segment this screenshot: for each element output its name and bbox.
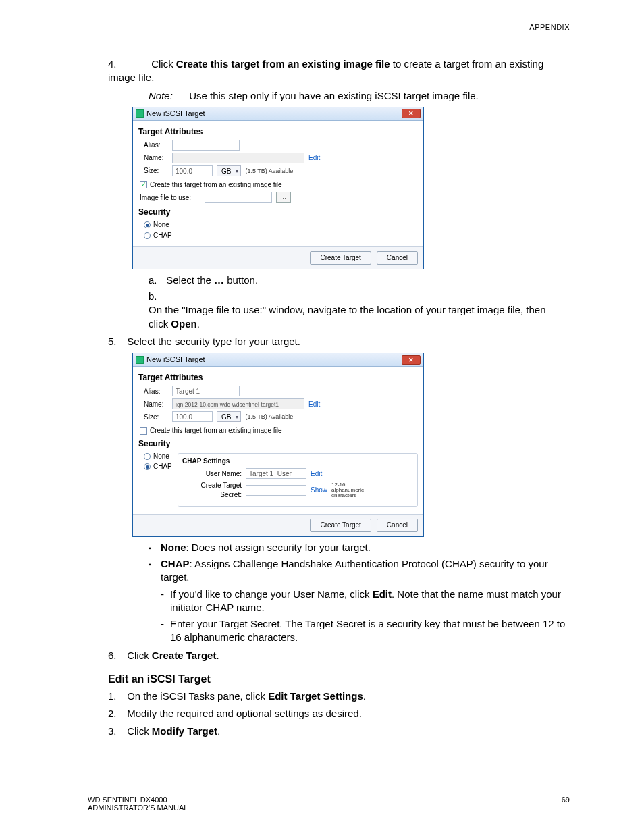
browse-button[interactable]: ... (276, 192, 291, 203)
alias-label: Alias: (144, 140, 168, 150)
size-label: Size: (144, 166, 168, 176)
close-icon[interactable]: ✕ (402, 355, 421, 365)
name-input (172, 153, 304, 163)
bullet-chap: CHAP: Assigns Challenge Handshake Authen… (149, 557, 570, 585)
user-name-label: User Name: (182, 469, 242, 479)
checkbox-icon[interactable]: ✓ (140, 181, 147, 188)
text: Select the security type for your target… (127, 336, 300, 347)
text: button. (224, 274, 258, 286)
text: On the iSCSI Tasks pane, click (127, 690, 268, 702)
size-available: (1.5 TB) Available (245, 167, 293, 175)
dialog-new-iscsi-target-2: New iSCSI Target ✕ Target Attributes Ali… (132, 353, 424, 537)
dash-target-secret: Enter your Target Secret. The Target Sec… (161, 617, 570, 645)
checkbox-icon[interactable] (140, 427, 147, 435)
edit-step-2: 2. Modify the required and optional sett… (108, 707, 570, 721)
dialog-new-iscsi-target-1: New iSCSI Target ✕ Target Attributes Ali… (132, 107, 424, 269)
text: Click (127, 725, 152, 737)
radio-icon[interactable] (144, 232, 151, 239)
sub-num: b. (149, 290, 163, 303)
secret-hint: 12-16 alphanumeric characters (331, 482, 379, 498)
page-number: 69 (562, 796, 570, 812)
section-title: Target Attributes (138, 126, 418, 137)
dialog-title-bar: New iSCSI Target ✕ (133, 107, 423, 121)
alias-input[interactable]: Target 1 (172, 386, 240, 396)
show-link[interactable]: Show (311, 486, 327, 495)
size-unit-select[interactable]: GB (217, 165, 241, 176)
text: Select the (166, 274, 214, 286)
edit-step-3: 3. Click Modify Target. (108, 725, 570, 738)
close-icon[interactable]: ✕ (402, 109, 421, 118)
sub-num: a. (149, 273, 163, 287)
radio-icon[interactable] (144, 463, 151, 470)
text-bold: Open (171, 318, 196, 330)
dialog-footer: Create Target Cancel (133, 514, 423, 536)
bullet-none: None: Does not assign security for your … (149, 541, 570, 554)
size-available: (1.5 TB) Available (245, 413, 293, 421)
step-num: 4. (108, 57, 124, 71)
target-secret-input[interactable] (246, 485, 306, 496)
checkbox-label: Create this target from an existing imag… (150, 426, 282, 436)
user-name-input[interactable]: Target 1_User (246, 468, 306, 479)
image-file-input[interactable] (205, 192, 272, 203)
create-from-image-checkbox-row[interactable]: ✓ Create this target from an existing im… (140, 180, 418, 190)
cancel-button[interactable]: Cancel (377, 519, 418, 532)
cancel-button[interactable]: Cancel (377, 251, 418, 265)
radio-chap[interactable]: CHAP (144, 231, 418, 240)
radio-label: CHAP (153, 462, 172, 471)
radio-none[interactable]: None (144, 452, 176, 461)
step-4: 4. Click Create this target from an exis… (108, 57, 570, 331)
text: Click (151, 58, 176, 70)
chap-settings-title: CHAP Settings (182, 457, 413, 466)
text: : Assigns Challenge Handshake Authentica… (161, 558, 548, 583)
alias-input[interactable] (172, 140, 240, 151)
checkbox-label: Create this target from an existing imag… (150, 180, 282, 190)
radio-chap[interactable]: CHAP (144, 462, 176, 471)
footer-left: WD SENTINEL DX4000 ADMINISTRATOR'S MANUA… (88, 796, 188, 812)
step-5: 5. Select the security type for your tar… (108, 335, 570, 645)
text: On the "Image file to use:" window, navi… (149, 304, 546, 329)
radio-none[interactable]: None (144, 220, 418, 230)
image-file-label: Image file to use: (140, 193, 200, 203)
edit-step-1: 1. On the iSCSI Tasks pane, click Edit T… (108, 689, 570, 703)
note-label: Note: (149, 89, 186, 103)
radio-label: None (153, 452, 169, 461)
note: Note: Use this step only if you have an … (149, 89, 570, 103)
size-input[interactable]: 100.0 (172, 411, 213, 422)
alias-label: Alias: (144, 387, 168, 396)
edit-link[interactable]: Edit (308, 400, 320, 409)
step-num: 3. (108, 725, 124, 738)
step-num: 1. (108, 689, 124, 703)
create-from-image-checkbox-row[interactable]: Create this target from an existing imag… (140, 426, 418, 436)
app-icon (136, 356, 144, 364)
step-num: 5. (108, 335, 124, 348)
text-bold: Edit (373, 588, 392, 600)
radio-label: None (153, 220, 169, 230)
edit-link[interactable]: Edit (311, 469, 322, 479)
heading-edit-iscsi: Edit an iSCSI Target (108, 672, 570, 687)
name-label: Name: (144, 400, 168, 409)
substep-b: b. On the "Image file to use:" window, n… (149, 290, 570, 331)
app-icon (136, 109, 144, 118)
create-target-button[interactable]: Create Target (310, 251, 371, 265)
text-bold: … (214, 274, 224, 286)
text: . (217, 725, 220, 737)
create-target-button[interactable]: Create Target (310, 519, 371, 532)
size-unit-select[interactable]: GB (217, 411, 241, 422)
text: . (197, 318, 200, 330)
radio-icon[interactable] (144, 453, 151, 460)
radio-icon[interactable] (144, 221, 151, 228)
target-secret-label: Create Target Secret: (182, 481, 242, 499)
text-bold: Create Target (152, 650, 217, 661)
substep-a: a. Select the … button. (149, 273, 570, 287)
text: Click (127, 650, 152, 661)
security-title: Security (138, 207, 418, 217)
edit-link[interactable]: Edit (308, 153, 320, 163)
text: Enter your Target Secret. The Target Sec… (170, 618, 565, 643)
text-bold: None (161, 542, 186, 553)
body-content: 4. Click Create this target from an exis… (108, 57, 570, 738)
text: Modify the required and optional setting… (127, 708, 362, 719)
name-input: iqn.2012-10.com.wdc-wdsentinel-target1 (172, 398, 304, 409)
text-bold: CHAP (161, 558, 190, 569)
size-input[interactable]: 100.0 (172, 165, 213, 176)
dialog-footer: Create Target Cancel (133, 246, 423, 269)
